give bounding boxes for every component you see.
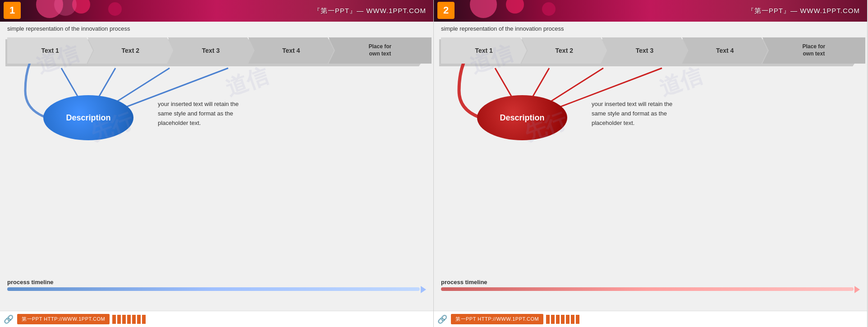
slide-2-subtitle: simple representation of the innovation … (434, 22, 867, 34)
footer-block (566, 315, 569, 324)
footer-block (142, 315, 146, 324)
chevron-row-2: Text 1 Text 2 Text 3 Text 4 Place forown… (441, 37, 860, 68)
slide-logo: 1 (4, 2, 21, 19)
lower-section: Description your inserted text will reta… (0, 68, 433, 167)
footer-block (127, 315, 131, 324)
chevron-3: Text 3 (168, 37, 253, 64)
ellipse-container: Description (30, 95, 133, 140)
chevron-2: Text 2 (87, 37, 173, 64)
footer-block (122, 315, 126, 324)
description-ellipse: Description (43, 95, 133, 140)
footer-block (571, 315, 574, 324)
header-title: 『第一PPT』— WWW.1PPT.COM (313, 7, 426, 15)
chevron-items: Text 1 Text 2 Text 3 Text 4 Place forown… (7, 37, 426, 68)
chevron-2-5: Place forown text (762, 37, 865, 64)
footer-block (546, 315, 550, 324)
chevron-row-wrapper: Text 1 Text 2 Text 3 Text 4 Place forown… (0, 37, 433, 68)
chevron-4: Text 4 (248, 37, 334, 64)
slide-footer: 🔗 第一PPT HTTP://WWW.1PPT.COM (0, 311, 433, 327)
footer-url: 第一PPT HTTP://WWW.1PPT.COM (17, 314, 110, 324)
timeline-arrow-2 (854, 286, 860, 293)
chevron-5: Place forown text (329, 37, 432, 64)
timeline-bar-wrapper-2 (441, 287, 860, 292)
chevron-2-2: Text 2 (521, 37, 607, 64)
timeline-label-2: process timeline (441, 279, 860, 286)
timeline-bar-wrapper (7, 287, 426, 292)
bokeh-circle (506, 0, 524, 14)
chevron-row: Text 1 Text 2 Text 3 Text 4 Place forown… (7, 37, 426, 68)
timeline-bar-2 (441, 287, 854, 291)
footer-block (117, 315, 121, 324)
slide-2-header: 2 『第一PPT』— WWW.1PPT.COM (434, 0, 867, 22)
slide-2-footer: 🔗 第一PPT HTTP://WWW.1PPT.COM (434, 311, 867, 327)
timeline-bar (7, 287, 420, 291)
slide-2-logo: 2 (437, 2, 455, 19)
ellipse-container-2: Description (464, 95, 567, 140)
slide-2: 2 『第一PPT』— WWW.1PPT.COM simple represent… (434, 0, 868, 327)
bokeh-circle (470, 0, 497, 18)
side-text: your inserted text will retain thesame s… (158, 100, 239, 128)
header-2-title: 『第一PPT』— WWW.1PPT.COM (747, 7, 860, 15)
side-text-container: your inserted text will retain thesame s… (144, 100, 239, 128)
chevron-row-2-wrapper: Text 1 Text 2 Text 3 Text 4 Place forown… (434, 37, 867, 68)
footer-url-2: 第一PPT HTTP://WWW.1PPT.COM (451, 314, 543, 324)
footer-block (132, 315, 136, 324)
timeline-section: process timeline (7, 279, 426, 292)
side-text-2: your inserted text will retain thesame s… (592, 100, 672, 128)
footer-link-icon-2: 🔗 (437, 314, 447, 324)
footer-block (137, 315, 141, 324)
slide-subtitle: simple representation of the innovation … (0, 22, 433, 34)
lower-section-2: Description your inserted text will reta… (434, 68, 867, 167)
chevron-1: Text 1 (7, 37, 93, 64)
slide-1-header: 1 『第一PPT』— WWW.1PPT.COM (0, 0, 433, 22)
chevron-2-1: Text 1 (441, 37, 527, 64)
chevron-2-3: Text 3 (602, 37, 687, 64)
bokeh-circle (542, 2, 556, 16)
chevron-2-4: Text 4 (682, 37, 768, 64)
footer-pattern (112, 315, 146, 324)
side-text-container-2: your inserted text will retain thesame s… (578, 100, 672, 128)
footer-block (551, 315, 555, 324)
chevron-items-2: Text 1 Text 2 Text 3 Text 4 Place forown… (441, 37, 860, 68)
footer-link-icon: 🔗 (4, 314, 14, 324)
footer-pattern-2 (546, 315, 579, 324)
footer-block (556, 315, 560, 324)
description-ellipse-2: Description (477, 95, 567, 140)
footer-block (112, 315, 116, 324)
timeline-label: process timeline (7, 279, 426, 286)
timeline-section-2: process timeline (441, 279, 860, 292)
slide-1: 1 『第一PPT』— WWW.1PPT.COM simple represent… (0, 0, 434, 327)
footer-block (576, 315, 579, 324)
footer-block (561, 315, 565, 324)
timeline-arrow (421, 286, 426, 293)
bokeh-circle (108, 2, 122, 16)
